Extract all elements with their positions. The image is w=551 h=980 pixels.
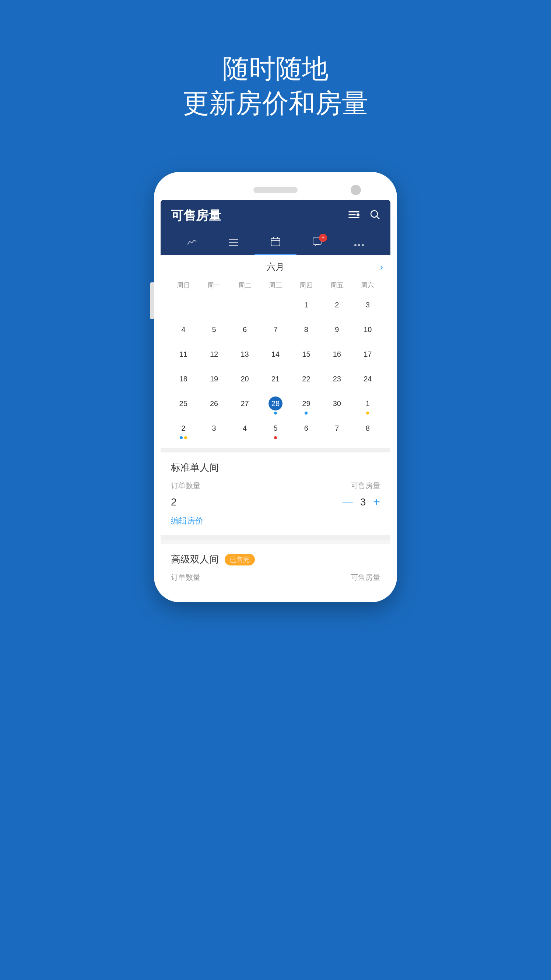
increase-button-1[interactable]: + (373, 495, 380, 509)
room-name-1: 标准单人间 (171, 461, 380, 474)
day-cell[interactable] (199, 296, 229, 319)
day-cell-next-2[interactable]: 2 (168, 419, 199, 442)
tab-bar: + (171, 232, 380, 255)
svg-rect-9 (271, 238, 280, 246)
tab-more[interactable] (338, 232, 380, 255)
sold-out-badge: 已售完 (225, 554, 255, 565)
day-cell-28-today[interactable]: 28 (260, 394, 291, 417)
phone-top-bar (161, 187, 390, 193)
svg-point-15 (358, 244, 360, 246)
tab-trend[interactable] (171, 232, 213, 255)
weekday-sun: 周日 (168, 279, 199, 292)
day-cell[interactable] (260, 296, 291, 319)
room-values-1: 2 — 3 + (171, 495, 380, 509)
available-label-1: 可售房量 (350, 481, 380, 491)
phone-speaker (253, 187, 298, 193)
weekday-thu: 周四 (291, 279, 322, 292)
day-cell-2[interactable]: 2 (322, 296, 352, 319)
svg-point-16 (361, 244, 364, 246)
day-cell-29[interactable]: 29 (291, 394, 322, 417)
svg-point-14 (354, 244, 357, 246)
phone-side-button (150, 282, 154, 319)
day-cell-next-3[interactable]: 3 (199, 419, 229, 442)
day-cell-18[interactable]: 18 (168, 370, 199, 393)
section-divider (161, 448, 390, 452)
day-cell-next-7[interactable]: 7 (322, 419, 352, 442)
day-cell-12[interactable]: 12 (199, 345, 229, 368)
orders-label-1: 订单数量 (171, 481, 201, 491)
day-cell-20[interactable]: 20 (229, 370, 260, 393)
day-cell-27[interactable]: 27 (229, 394, 260, 417)
day-cell-8[interactable]: 8 (291, 320, 322, 344)
day-cell-13[interactable]: 13 (229, 345, 260, 368)
day-cell-6[interactable]: 6 (229, 320, 260, 344)
day-cell-3[interactable]: 3 (352, 296, 383, 319)
day-cell-4[interactable]: 4 (168, 320, 199, 344)
day-cell-5[interactable]: 5 (199, 320, 229, 344)
day-cell[interactable] (168, 296, 199, 319)
calendar-section: 六月 › 周日 周一 周二 周三 周四 周五 周六 (161, 255, 390, 448)
day-cell-23[interactable]: 23 (322, 370, 352, 393)
day-cell-7[interactable]: 7 (260, 320, 291, 344)
day-cell-next-8[interactable]: 8 (352, 419, 383, 442)
day-cell-21[interactable]: 21 (260, 370, 291, 393)
day-cell-9[interactable]: 9 (322, 320, 352, 344)
svg-rect-0 (349, 211, 360, 212)
day-cell-17[interactable]: 17 (352, 345, 383, 368)
available-label-2: 可售房量 (350, 573, 380, 582)
app-screen: 可售房量 (161, 200, 390, 591)
tab-list[interactable] (213, 232, 255, 255)
day-cell-1[interactable]: 1 (291, 296, 322, 319)
svg-line-5 (377, 216, 379, 219)
day-cell-11[interactable]: 11 (168, 345, 199, 368)
day-cell-14[interactable]: 14 (260, 345, 291, 368)
calendar-days: 1 2 3 4 5 6 7 8 9 10 11 12 13 14 15 (168, 296, 383, 442)
day-cell-19[interactable]: 19 (199, 370, 229, 393)
room-name-2: 高级双人间 (171, 553, 219, 566)
day-cell-10[interactable]: 10 (352, 320, 383, 344)
calendar-header: 六月 › (168, 261, 383, 273)
day-cell-30[interactable]: 30 (322, 394, 352, 417)
search-icon[interactable] (370, 210, 380, 222)
day-cell-15[interactable]: 15 (291, 345, 322, 368)
svg-rect-3 (349, 217, 360, 218)
day-cell-22[interactable]: 22 (291, 370, 322, 393)
svg-rect-1 (349, 214, 356, 215)
app-header: 可售房量 (161, 200, 390, 255)
day-cell-26[interactable]: 26 (199, 394, 229, 417)
hero-line1: 随时随地 (183, 51, 368, 86)
calendar-grid: 周日 周一 周二 周三 周四 周五 周六 1 2 3 (168, 279, 383, 442)
hero-line2: 更新房价和房量 (183, 86, 368, 121)
app-header-top: 可售房量 (171, 207, 380, 224)
weekday-sat: 周六 (352, 279, 383, 292)
edit-price-link-1[interactable]: 编辑房价 (171, 515, 203, 527)
decrease-button-1[interactable]: — (342, 496, 353, 508)
svg-point-4 (371, 211, 377, 217)
day-cell-16[interactable]: 16 (322, 345, 352, 368)
day-cell-next-6[interactable]: 6 (291, 419, 322, 442)
phone-camera (350, 185, 361, 195)
weekday-mon: 周一 (199, 279, 229, 292)
tab-calendar[interactable] (255, 232, 296, 255)
day-cell[interactable] (229, 296, 260, 319)
day-cell-25[interactable]: 25 (168, 394, 199, 417)
day-cell-next-5[interactable]: 5 (260, 419, 291, 442)
tab-chat[interactable]: + (296, 232, 339, 255)
day-cell-next-1[interactable]: 1 (352, 394, 383, 417)
room-header-2: 高级双人间 已售完 (171, 553, 380, 566)
weekday-tue: 周二 (229, 279, 260, 292)
chat-badge: + (319, 234, 327, 242)
day-cell-24[interactable]: 24 (352, 370, 383, 393)
calendar-month: 六月 (267, 261, 284, 273)
filter-icon[interactable] (349, 210, 360, 222)
header-icons (349, 210, 380, 222)
phone-mockup: 可售房量 (154, 172, 397, 602)
hero-section: 随时随地 更新房价和房量 (183, 51, 368, 120)
available-controls-1: 可售房量 (350, 481, 380, 491)
room-section-1: 标准单人间 订单数量 可售房量 2 — 3 + 编辑房价 (161, 452, 390, 535)
day-cell-next-4[interactable]: 4 (229, 419, 260, 442)
next-month-button[interactable]: › (380, 261, 383, 273)
weekday-wed: 周三 (260, 279, 291, 292)
app-title: 可售房量 (171, 207, 221, 224)
weekday-fri: 周五 (322, 279, 352, 292)
